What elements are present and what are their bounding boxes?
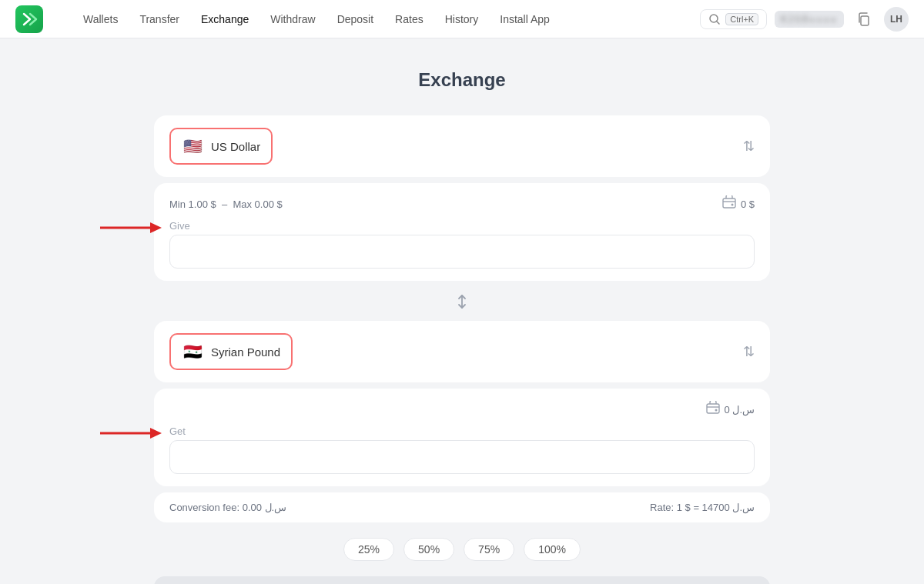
swap-icon-wrapper: [154, 287, 770, 321]
nav-wallets[interactable]: Wallets: [74, 8, 127, 30]
nav-links: Wallets Transfer Exchange Withdraw Depos…: [74, 8, 681, 30]
nav-withdraw[interactable]: Withdraw: [261, 8, 324, 30]
logo-icon: [15, 5, 43, 33]
nav-rates[interactable]: Rates: [386, 8, 433, 30]
main-content: Exchange 🇺🇸 US Dollar ⇅ Min 1.00 $ – Max…: [0, 38, 924, 584]
logo[interactable]: [15, 5, 43, 33]
svg-rect-2: [723, 199, 735, 208]
give-input[interactable]: [169, 235, 755, 269]
to-amount-meta: 0 س.ل: [169, 401, 755, 418]
wallet-icon: [722, 195, 736, 212]
from-currency-section: 🇺🇸 US Dollar ⇅: [154, 115, 770, 177]
to-currency-selector[interactable]: 🇸🇾 Syrian Pound: [169, 333, 293, 370]
page-title: Exchange: [418, 69, 505, 91]
amount-meta: Min 1.00 $ – Max 0.00 $ 0 $: [169, 195, 755, 212]
red-arrow-get: [100, 422, 162, 445]
from-balance-badge: 0 $: [722, 195, 755, 212]
to-balance-value: 0 س.ل: [725, 404, 755, 415]
copy-icon: [857, 12, 871, 26]
get-input[interactable]: [169, 440, 755, 474]
to-balance-badge: 0 س.ل: [706, 401, 755, 418]
min-max-label: Min 1.00 $ – Max 0.00 $: [169, 199, 283, 210]
svg-point-3: [731, 204, 733, 206]
search-shortcut: Ctrl+K: [725, 13, 758, 25]
copy-address-button[interactable]: [852, 7, 876, 32]
info-row: Conversion fee: 0.00 س.ل Rate: 1 $ = 147…: [154, 492, 770, 522]
nav-transfer[interactable]: Transfer: [130, 8, 189, 30]
to-currency-flag: 🇸🇾: [182, 341, 203, 362]
svg-rect-1: [861, 16, 869, 25]
give-input-row: Give: [169, 220, 755, 235]
nav-right: Ctrl+K K2G8★★★★ LH: [700, 7, 909, 32]
svg-point-7: [715, 409, 717, 412]
svg-rect-6: [707, 404, 719, 413]
from-balance-value: 0 $: [741, 199, 755, 210]
to-wallet-icon: [706, 401, 720, 418]
to-currency-sort-icon[interactable]: ⇅: [743, 343, 755, 360]
nav-deposit[interactable]: Deposit: [328, 8, 383, 30]
get-input-row: Get: [169, 425, 755, 440]
user-address: K2G8★★★★: [775, 11, 844, 28]
from-currency-sort-icon[interactable]: ⇅: [743, 138, 755, 155]
swap-icon[interactable]: [454, 293, 470, 315]
nav-install-app[interactable]: Install App: [490, 8, 559, 30]
search-button[interactable]: Ctrl+K: [700, 9, 767, 29]
to-currency-section: 🇸🇾 Syrian Pound ⇅: [154, 321, 770, 382]
red-arrow-give: [100, 216, 162, 239]
svg-marker-9: [150, 428, 162, 439]
to-amount-section: 0 س.ل Get: [154, 389, 770, 486]
from-currency-selector[interactable]: 🇺🇸 US Dollar: [169, 128, 273, 165]
user-avatar[interactable]: LH: [884, 7, 909, 32]
exchange-btn-row: Exchange: [154, 576, 770, 584]
to-currency-name: Syrian Pound: [211, 345, 280, 359]
pct-25-button[interactable]: 25%: [343, 538, 394, 561]
nav-history[interactable]: History: [436, 8, 488, 30]
percentage-buttons: 25% 50% 75% 100%: [154, 529, 770, 570]
pct-50-button[interactable]: 50%: [403, 538, 454, 561]
navbar: Wallets Transfer Exchange Withdraw Depos…: [0, 0, 924, 38]
from-amount-section: Min 1.00 $ – Max 0.00 $ 0 $: [154, 183, 770, 281]
svg-marker-5: [150, 222, 162, 233]
from-currency-flag: 🇺🇸: [182, 135, 203, 157]
from-currency-name: US Dollar: [211, 140, 260, 153]
rate-label: Rate: 1 $ = 14700 س.ل: [650, 502, 755, 513]
nav-exchange[interactable]: Exchange: [192, 8, 258, 30]
exchange-button[interactable]: Exchange: [154, 576, 770, 584]
exchange-card: 🇺🇸 US Dollar ⇅ Min 1.00 $ – Max 0.00 $: [154, 115, 770, 584]
conversion-fee-label: Conversion fee: 0.00 س.ل: [169, 502, 286, 513]
pct-75-button[interactable]: 75%: [464, 538, 514, 561]
pct-100-button[interactable]: 100%: [524, 538, 581, 561]
give-label: Give: [169, 220, 190, 232]
search-icon: [708, 13, 721, 25]
get-label: Get: [169, 425, 186, 437]
